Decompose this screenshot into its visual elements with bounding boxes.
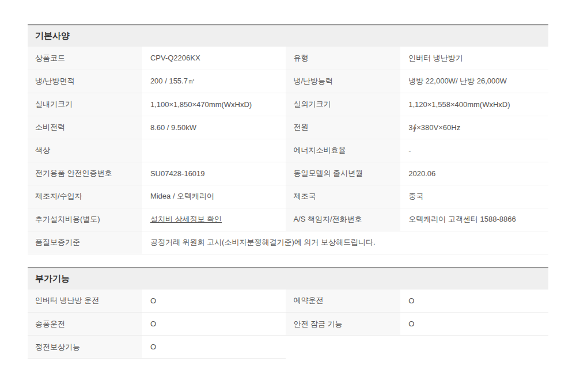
spec-value: 인버터 냉난방기 [400, 47, 548, 70]
spec-label: 에너지소비효율 [286, 139, 400, 162]
basic-spec-section: 기본사양 상품코드 CPV-Q2206KX 유형 인버터 냉난방기 냉/난방면적… [28, 24, 548, 254]
product-spec-page: 기본사양 상품코드 CPV-Q2206KX 유형 인버터 냉난방기 냉/난방면적… [0, 0, 576, 392]
spec-value: - [400, 139, 548, 162]
spec-label: 실내기크기 [28, 93, 142, 116]
basic-spec-section-title: 기본사양 [28, 25, 548, 47]
spec-row-product-code: 상품코드 CPV-Q2206KX 유형 인버터 냉난방기 [28, 47, 548, 70]
spec-row-unit-size: 실내기크기 1,100×1,850×470mm(WxHxD) 실외기크기 1,1… [28, 93, 548, 116]
spec-value [142, 139, 286, 162]
spec-row-install-as: 추가설치비용(별도) 설치비 상세정보 확인 A/S 책임자/전화번호 오텍캐리… [28, 208, 548, 231]
spec-value: 공정거래 위원회 고시(소비자분쟁해결기준)에 의거 보상해드립니다. [142, 231, 548, 254]
features-section-title: 부가기능 [28, 268, 548, 290]
spec-value: 200 / 155.7㎡ [142, 70, 286, 93]
spec-value: 중국 [400, 185, 548, 208]
spec-label: 품질보증기준 [28, 231, 142, 254]
spec-label: A/S 책임자/전화번호 [286, 208, 400, 231]
spec-row-power: 소비전력 8.60 / 9.50kW 전원 3∮×380V×60Hz [28, 116, 548, 139]
features-table: 인버터 냉난방 운전 O 예약운전 O 송풍운전 O 안전 잠금 기능 O 정전… [28, 290, 548, 359]
spec-label: 동일모델의 출시년월 [286, 162, 400, 185]
blank-cell [286, 336, 400, 359]
spec-row-color-efficiency: 색상 에너지소비효율 - [28, 139, 548, 162]
spec-row-manufacturer: 제조자/수입자 Midea / 오텍캐리어 제조국 중국 [28, 185, 548, 208]
spec-label: 제조국 [286, 185, 400, 208]
feature-label: 예약운전 [286, 290, 400, 313]
spec-label: 색상 [28, 139, 142, 162]
spec-label: 유형 [286, 47, 400, 70]
spec-label: 상품코드 [28, 47, 142, 70]
spec-value: SU07428-16019 [142, 162, 286, 185]
spec-value: Midea / 오텍캐리어 [142, 185, 286, 208]
spec-value: 설치비 상세정보 확인 [142, 208, 286, 231]
spec-value: 8.60 / 9.50kW [142, 116, 286, 139]
feature-row-fan-safetylock: 송풍운전 O 안전 잠금 기능 O [28, 313, 548, 336]
spec-row-warranty: 품질보증기준 공정거래 위원회 고시(소비자분쟁해결기준)에 의거 보상해드립니… [28, 231, 548, 254]
spec-label: 추가설치비용(별도) [28, 208, 142, 231]
feature-value: O [400, 313, 548, 336]
spec-value: 1,120×1,558×400mm(WxHxD) [400, 93, 548, 116]
spec-value: 오텍캐리어 고객센터 1588-8866 [400, 208, 548, 231]
feature-value: O [142, 290, 286, 313]
feature-label: 인버터 냉난방 운전 [28, 290, 142, 313]
feature-label: 정전보상기능 [28, 336, 142, 359]
feature-row-blackout-compensation: 정전보상기능 O [28, 336, 548, 359]
feature-row-inverter-reservation: 인버터 냉난방 운전 O 예약운전 O [28, 290, 548, 313]
feature-label: 송풍운전 [28, 313, 142, 336]
spec-label: 전원 [286, 116, 400, 139]
spec-value: 냉방 22,000W/ 난방 26,000W [400, 70, 548, 93]
spec-value: 3∮×380V×60Hz [400, 116, 548, 139]
spec-value: CPV-Q2206KX [142, 47, 286, 70]
spec-label: 제조자/수입자 [28, 185, 142, 208]
spec-value: 2020.06 [400, 162, 548, 185]
blank-cell [400, 336, 548, 359]
spec-label: 냉/난방면적 [28, 70, 142, 93]
feature-value: O [142, 313, 286, 336]
spec-label: 실외기크기 [286, 93, 400, 116]
spec-label: 냉/난방능력 [286, 70, 400, 93]
spec-row-certification: 전기용품 안전인증번호 SU07428-16019 동일모델의 출시년월 202… [28, 162, 548, 185]
feature-label: 안전 잠금 기능 [286, 313, 400, 336]
features-section: 부가기능 인버터 냉난방 운전 O 예약운전 O 송풍운전 O 안전 잠금 기능… [28, 267, 548, 359]
spec-row-area-capacity: 냉/난방면적 200 / 155.7㎡ 냉/난방능력 냉방 22,000W/ 난… [28, 70, 548, 93]
feature-value: O [142, 336, 286, 359]
basic-spec-table: 상품코드 CPV-Q2206KX 유형 인버터 냉난방기 냉/난방면적 200 … [28, 47, 548, 254]
spec-label: 전기용품 안전인증번호 [28, 162, 142, 185]
feature-value: O [400, 290, 548, 313]
install-fee-detail-link[interactable]: 설치비 상세정보 확인 [150, 215, 222, 223]
spec-value: 1,100×1,850×470mm(WxHxD) [142, 93, 286, 116]
spec-label: 소비전력 [28, 116, 142, 139]
